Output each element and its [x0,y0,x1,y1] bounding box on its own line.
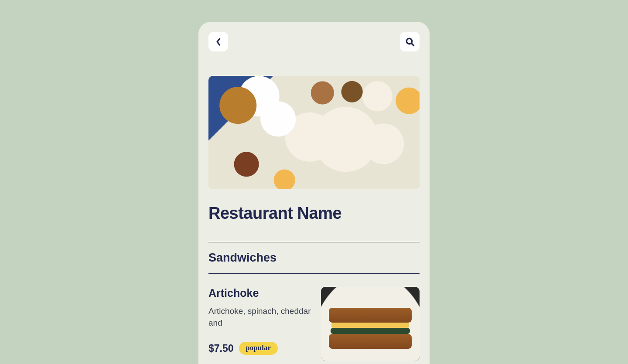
menu-item-price-row: $7.50 popular [208,342,312,355]
chevron-left-icon [216,38,221,46]
popular-badge: popular [239,342,278,355]
sandwich-illustration [329,308,412,349]
menu-item-image [321,287,420,361]
menu-item[interactable]: Artichoke Artichoke, spinach, cheddar an… [208,287,420,361]
hero-image-placeholder [208,76,420,189]
menu-item-info: Artichoke Artichoke, spinach, cheddar an… [208,287,312,355]
svg-line-1 [411,43,413,45]
menu-section-title: Sandwiches [208,251,420,265]
restaurant-title: Restaurant Name [208,204,420,223]
menu-section-header: Sandwiches [208,242,420,274]
menu-item-description: Artichoke, spinach, cheddar and [208,306,312,329]
search-icon [405,37,415,47]
menu-item-name: Artichoke [208,287,312,299]
menu-item-price: $7.50 [208,343,234,354]
restaurant-menu-screen: Restaurant Name Sandwiches Artichoke Art… [198,22,430,364]
back-button[interactable] [208,32,228,51]
search-button[interactable] [400,32,420,51]
top-bar [208,32,420,51]
restaurant-hero-image [208,76,420,189]
